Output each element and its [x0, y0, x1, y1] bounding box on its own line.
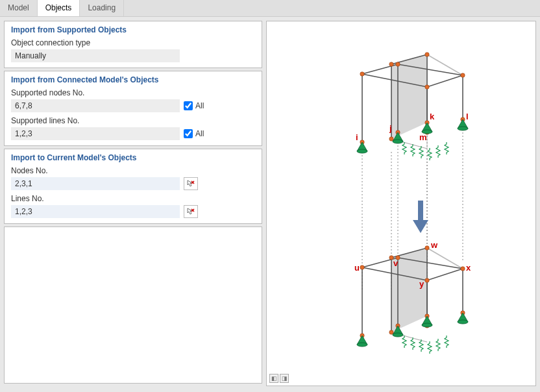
- svg-text:w: w: [430, 240, 438, 250]
- left-panel: Import from Supported Objects Object con…: [4, 21, 262, 386]
- conn-type-label: Object connection type: [11, 38, 255, 47]
- group-title: Import from Supported Objects: [11, 25, 255, 34]
- tab-model[interactable]: Model: [0, 0, 38, 16]
- cursor-x-icon: [187, 208, 195, 215]
- svg-text:y: y: [419, 279, 424, 289]
- view-icon-2[interactable]: ◨: [280, 374, 289, 383]
- supported-nodes-all[interactable]: All: [184, 101, 204, 110]
- view-icon-1[interactable]: ◧: [269, 374, 278, 383]
- lines-no-label: Lines No.: [11, 194, 255, 203]
- group-title: Import from Connected Model's Objects: [11, 75, 255, 84]
- pick-nodes-button[interactable]: [184, 177, 198, 190]
- tab-objects[interactable]: Objects: [38, 0, 80, 16]
- svg-text:j: j: [389, 123, 392, 133]
- cursor-x-icon: [187, 180, 195, 188]
- tab-loading[interactable]: Loading: [80, 0, 124, 16]
- all-label: All: [195, 129, 204, 138]
- group-empty: [4, 227, 262, 384]
- supported-lines-all-checkbox[interactable]: [184, 129, 193, 138]
- supported-nodes-label: Supported nodes No.: [11, 88, 255, 97]
- lines-no-input[interactable]: [11, 205, 180, 218]
- svg-text:k: k: [430, 112, 435, 121]
- group-import-current: Import to Current Model's Objects Nodes …: [4, 149, 262, 224]
- supported-lines-label: Supported lines No.: [11, 116, 255, 125]
- group-import-connected: Import from Connected Model's Objects Su…: [4, 71, 262, 146]
- pick-lines-button[interactable]: [184, 205, 198, 218]
- all-label: All: [195, 101, 204, 110]
- conn-type-input[interactable]: [11, 49, 180, 62]
- nodes-no-label: Nodes No.: [11, 166, 255, 175]
- supported-nodes-input[interactable]: [11, 99, 180, 112]
- model-diagram: i j k l m: [297, 35, 505, 373]
- nodes-no-input[interactable]: [11, 177, 180, 190]
- svg-text:v: v: [393, 258, 399, 268]
- supported-lines-all[interactable]: All: [184, 129, 204, 138]
- group-import-supported: Import from Supported Objects Object con…: [4, 21, 262, 68]
- supported-lines-input[interactable]: [11, 127, 180, 140]
- tab-bar: Model Objects Loading: [0, 0, 540, 17]
- svg-text:l: l: [466, 112, 469, 121]
- svg-text:u: u: [354, 263, 360, 273]
- preview-panel: i j k l m: [266, 21, 536, 386]
- view-toggle-icons: ◧ ◨: [269, 374, 289, 383]
- supported-nodes-all-checkbox[interactable]: [184, 101, 193, 110]
- group-title: Import to Current Model's Objects: [11, 153, 255, 162]
- svg-text:i: i: [356, 132, 358, 142]
- svg-text:x: x: [466, 263, 471, 273]
